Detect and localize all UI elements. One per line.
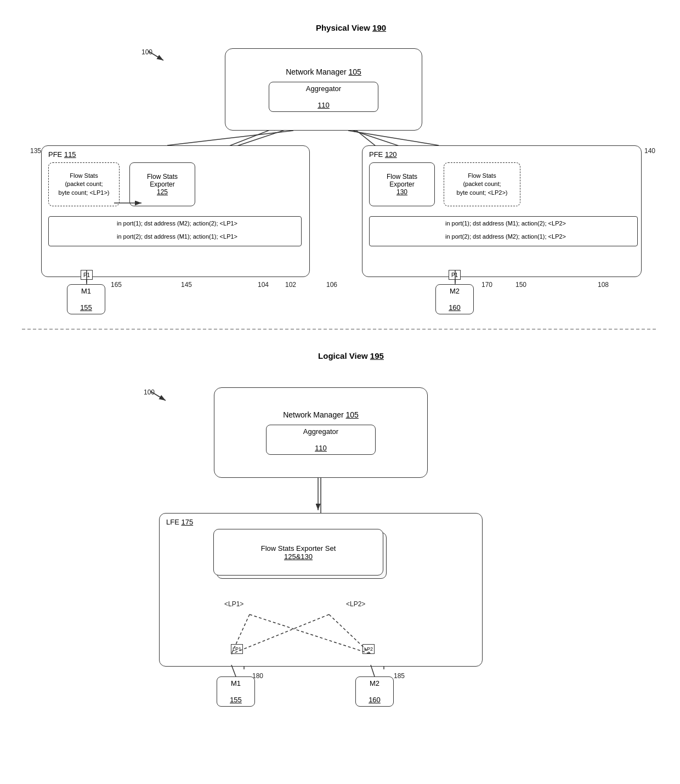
aggregator-logical: Aggregator 110 — [266, 425, 376, 455]
pfe-left-outer: PFE 115 Flow Stats(packet count;byte cou… — [41, 145, 310, 277]
port-lp2: LP2 — [362, 644, 375, 654]
fse-set: Flow Stats Exporter Set 125&130 — [213, 529, 383, 576]
m2-logical: M2 160 — [355, 676, 394, 707]
ref-145: 145 — [181, 281, 192, 289]
ref-100-physical: 100 — [141, 48, 152, 56]
ref-102: 102 — [285, 281, 296, 289]
diagram-container: Physical View 190 100 Network Manager 10… — [0, 0, 680, 784]
m1-physical: M1 155 — [67, 284, 105, 314]
network-manager-logical: Network Manager 105 Aggregator 110 — [214, 387, 428, 478]
aggregator-physical: Aggregator 110 — [269, 82, 378, 112]
physical-view-title: Physical View 190 — [269, 23, 433, 32]
lfe-outer: LFE 175 Flow Stats Exporter Set 125&130 … — [159, 513, 483, 667]
port-p1-right: P1 — [449, 270, 461, 280]
flow-stats-right: Flow Stats(packet count;byte count; <LP2… — [444, 162, 520, 206]
port-lp1: LP1 — [231, 644, 243, 654]
fse-125: Flow StatsExporter125 — [129, 162, 195, 206]
fse-130: Flow StatsExporter130 — [369, 162, 435, 206]
rule-table-right: in port(1); dst address (M1); action(2);… — [369, 216, 638, 246]
m2-physical: M2 160 — [435, 284, 474, 314]
ref-100-logical: 100 — [144, 388, 155, 396]
logical-view-title: Logical View 195 — [269, 351, 433, 360]
ref-140: 140 — [644, 147, 655, 155]
ref-108: 108 — [598, 281, 609, 289]
ref-150: 150 — [515, 281, 526, 289]
svg-line-23 — [167, 131, 293, 145]
m1-logical: M1 155 — [217, 676, 255, 707]
svg-line-24 — [348, 131, 439, 145]
ref-135: 135 — [30, 147, 41, 155]
flow-stats-left: Flow Stats(packet count;byte count; <LP1… — [48, 162, 120, 206]
ref-185: 185 — [394, 672, 405, 680]
ref-106: 106 — [326, 281, 337, 289]
rule-table-left: in port(1); dst address (M2); action(2);… — [48, 216, 302, 246]
port-p1-left: P1 — [81, 270, 93, 280]
pfe-right-outer: PFE 120 Flow StatsExporter130 Flow Stats… — [362, 145, 642, 277]
ref-104: 104 — [258, 281, 269, 289]
svg-line-33 — [231, 665, 236, 676]
ref-165: 165 — [111, 281, 122, 289]
lp2-label: <LP2> — [346, 600, 365, 608]
network-manager-physical: Network Manager 105 Aggregator 110 — [225, 48, 422, 131]
lp1-label: <LP1> — [224, 600, 243, 608]
nm-label-physical: Network Manager 105 — [286, 67, 361, 76]
svg-line-34 — [371, 665, 375, 676]
nm-label-logical: Network Manager 105 — [283, 410, 359, 419]
ref-170: 170 — [481, 281, 492, 289]
